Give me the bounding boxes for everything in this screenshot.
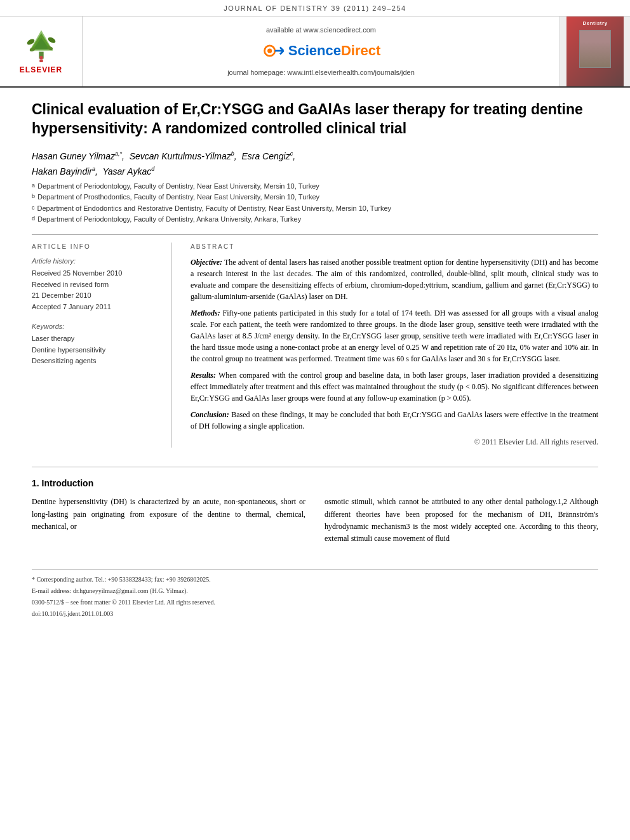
affiliation-d: d Department of Periodontology, Faculty … (32, 214, 598, 225)
affiliation-c: c Department of Endodontics and Restorat… (32, 203, 598, 215)
svg-rect-9 (39, 60, 43, 63)
intro-number: 1. (32, 478, 39, 488)
sd-logo-icon (262, 39, 286, 63)
paper-content: Clinical evaluation of Er,Cr:YSGG and Ga… (0, 88, 630, 633)
author-1: Hasan Guney Yilmaza,* (32, 151, 122, 161)
affiliation-b: b Department of Prosthodontics, Faculty … (32, 192, 598, 203)
affil-a-text: Department of Periodontology, Faculty of… (37, 181, 319, 192)
methods-label: Methods: (191, 309, 220, 317)
svg-point-11 (267, 49, 272, 53)
sd-text: ScienceDirect (288, 41, 381, 61)
sd-text-part2: Direct (341, 43, 380, 58)
authors-line: Hasan Guney Yilmaza,*, Sevcan Kurtulmus-… (32, 150, 598, 163)
issn-note: 0300-5712/$ – see front matter © 2011 El… (32, 597, 598, 608)
journal-cover-title: Dentistry (582, 20, 607, 27)
paper-title: Clinical evaluation of Er,Cr:YSGG and Ga… (32, 100, 598, 138)
svg-point-8 (39, 56, 43, 60)
affil-b-text: Department of Prosthodontics, Faculty of… (37, 192, 319, 203)
keyword-1: Laser therapy (32, 334, 158, 343)
keywords-label: Keywords: (32, 322, 158, 331)
abstract-col: Abstract Objective: The advent of dental… (191, 243, 598, 448)
center-header: available at www.sciencedirect.com Scien… (83, 17, 560, 86)
available-text: available at www.sciencedirect.com (266, 25, 376, 35)
history-item-4: Accepted 7 January 2011 (32, 302, 158, 312)
history-item-3: 21 December 2010 (32, 291, 158, 300)
intro-left-col: Dentine hypersensitivity (DH) is charact… (32, 496, 305, 550)
affiliations: a Department of Periodontology, Faculty … (32, 181, 598, 225)
journal-header-bar: Journal of Dentistry 39 (2011) 249–254 (0, 0, 630, 17)
intro-title: Introduction (42, 478, 94, 488)
introduction-section: 1. Introduction Dentine hypersensitivity… (32, 467, 598, 550)
intro-right-col: osmotic stimuli, which cannot be attribu… (325, 496, 598, 550)
history-item-1: Received 25 November 2010 (32, 269, 158, 278)
intro-right-text: osmotic stimuli, which cannot be attribu… (325, 496, 598, 545)
abstract-heading: Abstract (191, 243, 598, 251)
journal-cover: Dentistry (566, 17, 624, 86)
objective-label: Objective: (191, 258, 222, 267)
article-info-heading: Article Info (32, 243, 158, 251)
conclusion-text: Based on these findings, it may be concl… (191, 410, 598, 430)
abstract-results: Results: When compared with the control … (191, 370, 598, 404)
conclusion-label: Conclusion: (191, 410, 229, 419)
results-label: Results: (191, 371, 216, 380)
sd-text-part1: Science (288, 43, 341, 58)
article-history-label: Article history: (32, 257, 158, 266)
author-3: Esra Cengizc (241, 151, 293, 161)
copyright-line: © 2011 Elsevier Ltd. All rights reserved… (191, 437, 598, 448)
results-text: When compared with the control group and… (191, 371, 598, 403)
email-note: E-mail address: dr.hguneyyilmaz@gmail.co… (32, 586, 598, 596)
article-info-abstract: Article Info Article history: Received 2… (32, 243, 598, 448)
affil-d-text: Department of Periodontology, Faculty of… (37, 214, 301, 225)
intro-heading: 1. Introduction (32, 477, 598, 490)
journal-thumbnail: Dentistry (560, 17, 630, 86)
author-5: Yasar Aykacd (102, 166, 154, 177)
article-info-col: Article Info Article history: Received 2… (32, 243, 171, 448)
methods-text: Fifty-one patients participated in this … (191, 309, 598, 363)
journal-header-text: Journal of Dentistry 39 (2011) 249–254 (224, 4, 406, 12)
abstract-objective: Objective: The advent of dental lasers h… (191, 257, 598, 302)
author-4: Hakan Bayindira (32, 166, 95, 177)
divider-1 (32, 234, 598, 235)
elsevier-tree-icon (22, 27, 60, 62)
elsevier-logo-area: ELSEVIER (0, 17, 83, 86)
top-header: ELSEVIER available at www.sciencedirect.… (0, 17, 630, 88)
intro-left-text: Dentine hypersensitivity (DH) is charact… (32, 496, 305, 533)
affiliation-a: a Department of Periodontology, Faculty … (32, 181, 598, 192)
history-item-2: Received in revised form (32, 280, 158, 290)
objective-text: The advent of dental lasers has raised a… (191, 258, 598, 301)
footer-notes: * Corresponding author. Tel.: +90 533832… (32, 569, 598, 619)
keyword-2: Dentine hypersensitivity (32, 345, 158, 355)
elsevier-label: ELSEVIER (20, 65, 62, 76)
authors-line-2: Hakan Bayindira, Yasar Aykacd (32, 165, 598, 178)
affil-c-text: Department of Endodontics and Restorativ… (37, 203, 392, 215)
intro-body: Dentine hypersensitivity (DH) is charact… (32, 496, 598, 550)
doi-note: doi:10.1016/j.jdent.2011.01.003 (32, 609, 598, 619)
keyword-3: Desensitizing agents (32, 356, 158, 366)
journal-cover-image (579, 30, 611, 68)
abstract-conclusion: Conclusion: Based on these findings, it … (191, 409, 598, 432)
author-2: Sevcan Kurtulmus-Yilmazb (130, 151, 234, 161)
abstract-methods: Methods: Fifty-one patients participated… (191, 307, 598, 364)
journal-homepage-text: journal homepage: www.intl.elsevierhealt… (227, 68, 415, 77)
sciencedirect-logo: ScienceDirect (262, 39, 381, 63)
corresponding-note: * Corresponding author. Tel.: +90 533832… (32, 575, 598, 585)
